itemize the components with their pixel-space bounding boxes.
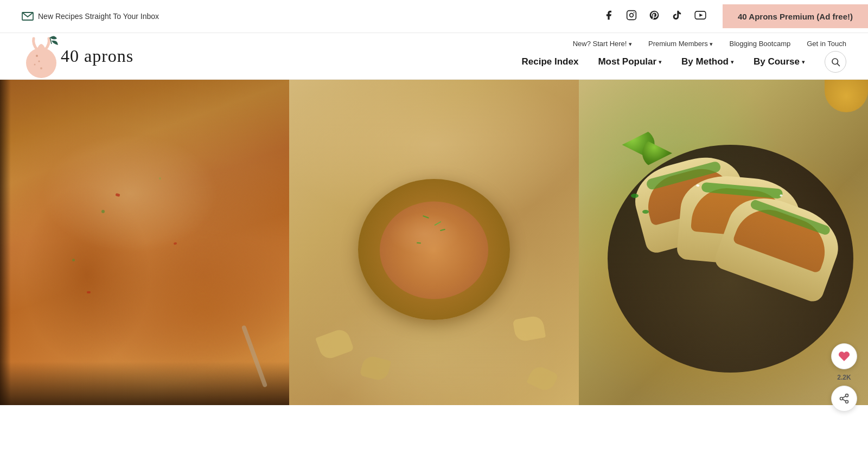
chevron-down-icon: ▾ [629,41,632,47]
nav-main-links: Recipe Index Most Popular ▾ By Method ▾ … [522,51,846,73]
facebook-link[interactable] [603,10,614,23]
nav-by-course[interactable]: By Course ▾ [754,56,805,67]
hero-image-tacos[interactable] [579,80,868,405]
newsletter-text: New Recipes Straight To Your Inbox [38,12,159,21]
svg-point-7 [36,55,38,57]
hero-grid [0,80,868,405]
svg-point-8 [39,61,40,62]
nav-top-links: New? Start Here! ▾ Premium Members ▾ Blo… [573,40,846,48]
newsletter-area[interactable]: New Recipes Straight To Your Inbox [0,12,159,21]
logo-icon [22,33,61,79]
nav-top-start-here[interactable]: New? Start Here! ▾ [573,40,632,48]
youtube-link[interactable] [694,11,706,22]
main-nav: 40 aprons New? Start Here! ▾ Premium Mem… [0,33,868,80]
svg-rect-1 [627,10,636,20]
top-bar-right: 40 Aprons Premium (Ad free!) [603,4,868,28]
nav-top-premium[interactable]: Premium Members ▾ [648,40,713,48]
svg-point-13 [846,394,848,397]
nav-by-method[interactable]: By Method ▾ [681,56,734,67]
nav-top-bootcamp[interactable]: Blogging Bootcamp [729,40,790,48]
tiktok-link[interactable] [672,10,682,23]
search-button[interactable] [825,51,846,73]
youtube-icon [694,11,706,20]
svg-line-16 [843,399,846,401]
social-icons [603,10,723,23]
chevron-down-icon: ▾ [659,59,662,66]
tiktok-icon [672,10,682,21]
chevron-down-icon: ▾ [731,59,734,66]
top-bar: New Recipes Straight To Your Inbox [0,0,868,33]
pinterest-link[interactable] [649,10,660,23]
svg-point-2 [630,13,634,17]
save-button[interactable] [831,343,857,369]
chevron-down-icon: ▾ [710,41,713,47]
nav-top-contact[interactable]: Get in Touch [807,40,846,48]
hero-image-chicken[interactable] [0,80,289,405]
premium-button[interactable]: 40 Aprons Premium (Ad free!) [723,4,868,28]
like-count: 2.2K [837,374,851,381]
share-button[interactable] [831,386,857,405]
floating-actions: 2.2K [831,343,857,405]
logo-text: 40 aprons [61,46,133,66]
nav-recipe-index[interactable]: Recipe Index [522,56,579,67]
svg-line-17 [843,396,846,398]
svg-point-3 [634,12,635,13]
search-icon [831,57,840,67]
logo[interactable]: 40 aprons [22,33,133,79]
svg-point-15 [846,400,848,403]
email-icon [22,12,34,21]
facebook-icon [603,10,614,21]
svg-point-10 [40,67,42,69]
chevron-down-icon: ▾ [802,59,805,66]
instagram-icon [626,10,637,21]
share-icon [839,393,850,404]
svg-point-14 [840,398,843,400]
pinterest-icon [649,10,660,21]
svg-line-12 [837,63,839,66]
heart-icon [838,350,850,362]
hero-image-soup[interactable] [289,80,578,405]
svg-marker-5 [699,13,703,16]
instagram-link[interactable] [626,10,637,23]
svg-point-9 [34,64,36,66]
nav-most-popular[interactable]: Most Popular ▾ [598,56,662,67]
nav-right: New? Start Here! ▾ Premium Members ▾ Blo… [522,40,846,73]
